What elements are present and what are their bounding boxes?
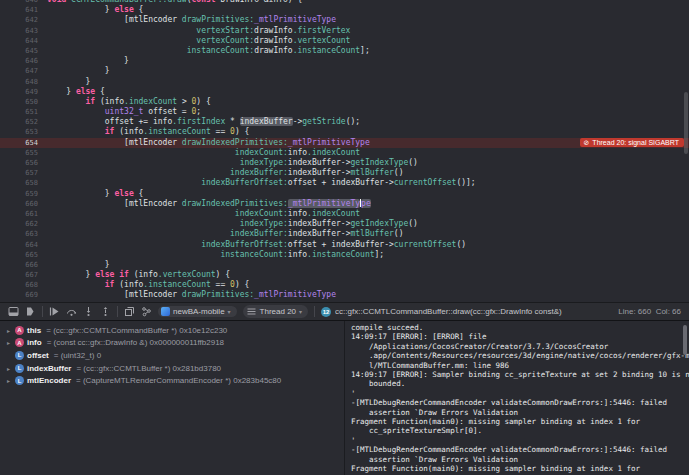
console-scrollbar[interactable] [683,325,687,355]
code-token: .instanceCount [143,280,210,289]
source-editor[interactable]: 640void CCMTLCommandBuffer::draw(const D… [0,0,689,302]
code-line[interactable]: 668 if (info.instanceCount == 0) { [0,280,689,290]
process-selector[interactable]: newBA-mobile ▾ [158,306,237,317]
code-token: drawInfo [254,36,293,45]
code-token: drawInfo [254,46,293,55]
code-text: } else if (info.vertexCount) { [47,270,230,280]
code-token: if [119,270,129,279]
code-line[interactable]: 641 } else { [0,5,689,15]
code-token: () [408,219,418,228]
code-line[interactable]: 654 [mtlEncoder drawIndexedPrimitives:_m… [0,138,689,148]
memory-graph-icon[interactable] [141,306,152,317]
variable-row[interactable]: Loffset= (uint32_t) 0 [0,349,344,362]
console-output[interactable]: compile succeed.14:09:17 [ERROR]: [ERROR… [345,321,689,475]
code-text: vertexStart:drawInfo.firstVertex [47,26,350,36]
sigabrt-annotation[interactable]: ⊘Thread 20: signal SIGABRT [580,138,684,147]
code-token: indexBufferOffset: [201,178,288,187]
code-line[interactable]: 651 uint32_t offset = 0; [0,107,689,117]
code-line[interactable]: 667 } else if (info.vertexCount) { [0,270,689,280]
code-line[interactable]: 660 [mtlEncoder drawIndexedPrimitives:_m… [0,199,689,209]
code-token: ; [196,107,201,116]
console-line: .app/Contents/Resources/resources/3d/eng… [351,351,679,360]
line-col-indicator: Line: 660 Col: 66 [618,307,681,316]
code-line[interactable]: 657 indexBuffer:indexBuffer->mtlBuffer() [0,168,689,178]
line-number: 652 [0,117,47,127]
sigabrt-text: Thread 20: signal SIGABRT [592,138,679,148]
code-line[interactable]: 644 vertexCount:drawInfo.vertexCount [0,36,689,46]
variable-value: = (cc::gfx::CCMTLCommandBuffer *) 0x10e1… [46,326,227,335]
console-line: Fragment Function(main0): missing sample… [351,464,679,473]
variables-rows: ▸Athis= (cc::gfx::CCMTLCommandBuffer *) … [0,324,344,387]
code-line[interactable]: 666 } [0,260,689,270]
code-line[interactable]: 659 } else { [0,189,689,199]
variable-name: info [27,338,42,347]
code-text: indexType:indexBuffer->getIndexType() [47,158,418,168]
line-number: 648 [0,77,47,87]
disclosure-triangle-icon[interactable]: ▸ [5,339,12,346]
breakpoints-toggle-icon[interactable] [25,306,36,317]
code-line[interactable]: 655 indexCount:info.indexCount [0,148,689,158]
code-token: -> [293,117,303,126]
line-number: 656 [0,158,47,168]
code-token: indexCount: [235,209,288,218]
variables-view[interactable]: ▸Athis= (cc::gfx::CCMTLCommandBuffer *) … [0,321,345,475]
code-line[interactable]: 649 } else { [0,87,689,97]
code-line[interactable]: 661 indexCount:info.indexCount [0,209,689,219]
code-token: ]; [375,250,385,259]
code-line[interactable]: 642 [mtlEncoder drawPrimitives:_mtlPrimi… [0,15,689,25]
line-number: 651 [0,107,47,117]
code-line[interactable]: 652 offset += info.firstIndex * indexBuf… [0,117,689,127]
code-token: getIndexType [350,158,408,167]
step-into-icon[interactable] [83,306,94,317]
xcode-window: 640void CCMTLCommandBuffer::draw(const D… [0,0,689,475]
code-token: mtlBuffer [350,229,393,238]
code-token: indexBuffer [240,117,293,126]
code-token: (info [114,127,143,136]
code-token: uint32_t [105,107,144,116]
line-number: 665 [0,250,47,260]
variable-row[interactable]: ▸Ainfo= (const cc::gfx::DrawInfo &) 0x00… [0,337,344,350]
code-line[interactable]: 648 } [0,77,689,87]
code-line[interactable]: 645 instanceCount:drawInfo.instanceCount… [0,46,689,56]
code-line[interactable]: 653 if (info.instanceCount == 0) { [0,127,689,137]
code-token: info [288,148,307,157]
line-number: 644 [0,36,47,46]
code-line[interactable]: 665 instanceCount:info.instanceCount]; [0,250,689,260]
step-over-icon[interactable] [66,306,77,317]
stack-frame-breadcrumb[interactable]: 12 cc::gfx::CCMTLCommandBuffer::draw(cc:… [321,307,612,317]
disclosure-triangle-icon[interactable]: ▸ [5,365,12,372]
code-token: } [86,77,91,86]
continue-icon[interactable] [49,306,60,317]
code-line[interactable]: 669 [mtlEncoder drawPrimitives:_mtlPrimi… [0,290,689,300]
code-text: if (info.instanceCount == 0) { [47,127,249,137]
disclosure-triangle-icon[interactable]: ▸ [5,377,12,384]
code-text: indexCount:info.indexCount [47,209,360,219]
code-line[interactable]: 662 indexType:indexBuffer->getIndexType(… [0,219,689,229]
code-line[interactable]: 647 } [0,66,689,76]
code-line[interactable]: 643 vertexStart:drawInfo.firstVertex [0,26,689,36]
editor-scrollbar[interactable] [684,92,688,154]
variable-row[interactable]: ▸Athis= (cc::gfx::CCMTLCommandBuffer *) … [0,324,344,337]
step-out-icon[interactable] [100,306,111,317]
disclosure-triangle-icon[interactable]: ▸ [5,327,12,334]
code-token: .instanceCount [143,127,210,136]
code-line[interactable]: 650 if (info.indexCount > 0) { [0,97,689,107]
thread-selector[interactable]: Thread 20 ▾ [243,305,308,318]
code-token: ) { [235,280,249,289]
code-line[interactable]: 656 indexType:indexBuffer->getIndexType(… [0,158,689,168]
view-debugger-icon[interactable] [124,306,135,317]
code-token: } [105,5,115,14]
code-token: == [211,280,230,289]
code-token: } [105,189,115,198]
code-text: if (info.indexCount > 0) { [47,97,211,107]
code-line[interactable]: 646 } [0,56,689,66]
variable-row[interactable]: ▸LindexBuffer= (cc::gfx::CCMTLBuffer *) … [0,362,344,375]
variable-row[interactable]: ▸LmtlEncoder= (CaptureMTLRenderCommandEn… [0,374,344,387]
code-line[interactable]: 663 indexBuffer:indexBuffer->mtlBuffer() [0,229,689,239]
code-line[interactable]: 664 indexBufferOffset:offset + indexBuff… [0,240,689,250]
code-text: instanceCount:drawInfo.instanceCount]; [47,46,370,56]
code-token: drawIndexedPrimitives: [182,138,288,147]
variable-name: mtlEncoder [27,376,71,385]
hide-debug-area-icon[interactable] [8,306,19,317]
code-line[interactable]: 658 indexBufferOffset:offset + indexBuff… [0,178,689,188]
